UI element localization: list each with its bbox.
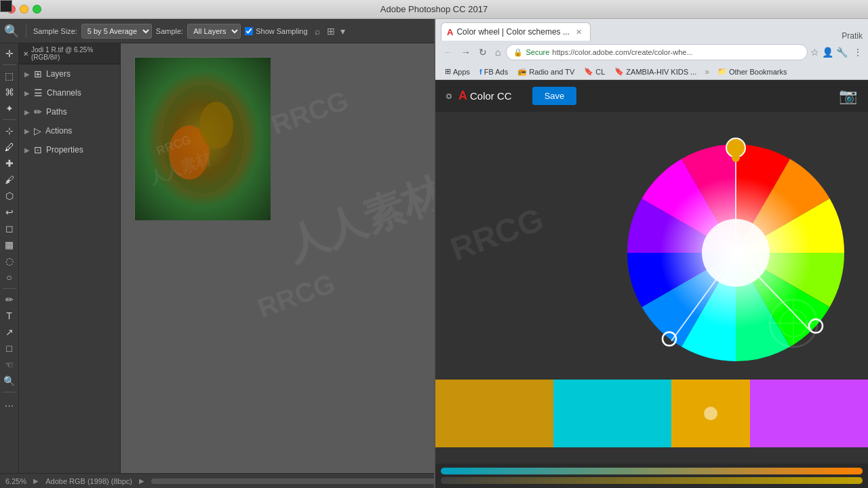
expand-layers-icon: ▶ — [24, 70, 30, 78]
minimize-button[interactable] — [20, 5, 28, 14]
panel-item-properties[interactable]: ▶ ⊡ Properties — [19, 140, 120, 159]
more-tools[interactable]: … — [2, 396, 17, 411]
title-bar: Adobe Photoshop CC 2017 — [0, 0, 868, 19]
text-tool[interactable]: T — [2, 308, 17, 323]
sample-size-label: Sample Size: — [33, 27, 77, 35]
bookmark-zambia[interactable]: 🔖 ZAMBIA-HIV KIDS ... — [610, 66, 701, 77]
address-text: https://color.adobe.com/create/color-whe… — [552, 48, 692, 56]
arrow-tool[interactable]: ↗ — [2, 325, 17, 340]
gradient-tool[interactable]: ▦ — [2, 237, 17, 252]
dodge-tool[interactable]: ○ — [2, 270, 17, 285]
cw-save-button[interactable]: Save — [532, 87, 577, 105]
healing-tool[interactable]: ✚ — [2, 156, 17, 171]
panel-item-layers[interactable]: ▶ ⊞ Layers — [19, 64, 120, 83]
magic-wand-tool[interactable]: ✦ — [2, 101, 17, 116]
select-tool[interactable]: ⬚ — [2, 68, 17, 83]
blur-tool[interactable]: ◌ — [2, 253, 17, 268]
swatch-yellow[interactable] — [671, 380, 750, 447]
search-icon: ⌕ — [315, 26, 320, 37]
reload-button[interactable]: ↻ — [476, 45, 490, 59]
cw-sliders — [435, 464, 868, 488]
show-sampling-wrap: Show Sampling — [245, 27, 307, 35]
cw-header: A Color CC Save 📷 — [435, 80, 868, 112]
lasso-tool[interactable]: ⌘ — [2, 85, 17, 100]
hand-tool[interactable]: ☜ — [2, 357, 17, 372]
camera-icon[interactable]: 📷 — [839, 87, 857, 105]
properties-icon: ⊡ — [34, 144, 42, 155]
swatch-magenta[interactable] — [750, 380, 868, 447]
bookmark-cl[interactable]: 🔖 CL — [580, 66, 609, 77]
sample-select[interactable]: All Layers — [187, 24, 241, 39]
shape-tool[interactable]: □ — [2, 341, 17, 356]
panel-item-channels[interactable]: ▶ ☰ Channels — [19, 83, 120, 102]
other-label: Other Bookmarks — [729, 68, 787, 76]
tab-title: Color wheel | Color schemes ... — [456, 27, 570, 37]
extensions-icon: 🔧 — [836, 47, 848, 58]
bookmark-apps[interactable]: ⊞ Apps — [441, 66, 474, 77]
slider-1[interactable] — [441, 468, 863, 474]
sample-size-select[interactable]: 5 by 5 Average — [81, 24, 152, 39]
tab-close-icon[interactable]: ✕ — [576, 28, 582, 37]
panel-area: ✕ Jodi 1 R.tif @ 6.25% (RGB/8#) ▶ ⊞ Laye… — [19, 43, 121, 473]
properties-label: Properties — [46, 145, 83, 155]
document-title: Jodi 1 R.tif @ 6.25% (RGB/8#) — [31, 46, 116, 61]
bookmark-fb-ads[interactable]: f FB Ads — [475, 66, 512, 77]
color-mode: Adobe RGB (1998) (8bpc) — [45, 477, 132, 485]
fb-label: FB Ads — [484, 68, 508, 76]
browser-tab[interactable]: A Color wheel | Color schemes ... ✕ — [441, 22, 591, 41]
back-button[interactable]: ← — [441, 45, 456, 59]
show-sampling-label: Show Sampling — [256, 27, 307, 35]
chevron-down-icon: ▾ — [340, 26, 345, 37]
bookmark-radio-tv[interactable]: 📻 Radio and TV — [513, 66, 578, 77]
slider-2[interactable] — [441, 477, 863, 484]
brush-tool[interactable]: 🖌 — [2, 172, 17, 187]
home-button[interactable]: ⌂ — [492, 45, 503, 59]
pratik-label: Pratik — [842, 31, 863, 41]
zambia-label: ZAMBIA-HIV KIDS ... — [626, 68, 696, 76]
panel-item-actions[interactable]: ▶ ▷ Actions — [19, 121, 120, 140]
fb-icon: f — [479, 68, 482, 76]
browser-window: A Color wheel | Color schemes ... ✕ Prat… — [434, 19, 868, 488]
radio-icon: 📻 — [517, 67, 527, 76]
cw-radio-button[interactable] — [446, 94, 452, 99]
cw-brand-title: Color CC — [470, 90, 512, 102]
expand-channels-icon: ▶ — [24, 89, 30, 97]
swatch-cyan[interactable] — [553, 380, 671, 447]
expand-properties-icon: ▶ — [24, 146, 30, 154]
bookmark-other[interactable]: 📁 Other Bookmarks — [713, 66, 791, 77]
eyedropper-tool[interactable]: 🖊 — [2, 140, 17, 155]
show-sampling-checkbox[interactable] — [245, 27, 253, 35]
paths-icon: ✏ — [34, 106, 42, 117]
bookmark-star-icon[interactable]: ☆ — [810, 47, 819, 58]
user-icon: 👤 — [822, 47, 833, 58]
secure-icon: 🔒 — [513, 48, 523, 57]
status-arrow2-icon: ▶ — [139, 477, 144, 485]
forward-button[interactable]: → — [458, 45, 473, 59]
browser-watermark — [753, 296, 834, 352]
svg-point-12 — [732, 154, 740, 162]
eraser-tool[interactable]: ◻ — [2, 221, 17, 236]
document-close-icon[interactable]: ✕ — [23, 50, 28, 58]
swatch-gold[interactable] — [435, 380, 553, 447]
menu-icon[interactable]: ⋮ — [853, 47, 863, 58]
zoom-tool[interactable]: 🔍 — [2, 373, 17, 388]
sample-label: Sample: — [156, 27, 183, 35]
grid-icon: ⊞ — [327, 26, 335, 37]
zambia-icon: 🔖 — [614, 67, 624, 76]
address-bar[interactable]: 🔒 Secure https://color.adobe.com/create/… — [506, 44, 808, 60]
bookmarks-bar: ⊞ Apps f FB Ads 📻 Radio and TV 🔖 CL 🔖 ZA… — [435, 64, 868, 80]
stamp-tool[interactable]: ⬡ — [2, 188, 17, 203]
zoom-level: 6.25% — [5, 477, 26, 485]
maximize-button[interactable] — [33, 5, 41, 14]
other-bookmarks-icon: 📁 — [717, 67, 727, 76]
foreground-color[interactable] — [0, 0, 12, 12]
crop-tool[interactable]: ⊹ — [2, 123, 17, 138]
move-tool[interactable]: ✛ — [2, 46, 17, 61]
history-tool[interactable]: ↩ — [2, 205, 17, 220]
pen-tool[interactable]: ✏ — [2, 292, 17, 307]
more-bookmarks-icon[interactable]: » — [702, 67, 712, 77]
layers-icon: ⊞ — [34, 68, 42, 79]
status-arrow-icon: ▶ — [33, 477, 39, 485]
adobe-logo: A — [458, 89, 467, 103]
panel-item-paths[interactable]: ▶ ✏ Paths — [19, 102, 120, 121]
